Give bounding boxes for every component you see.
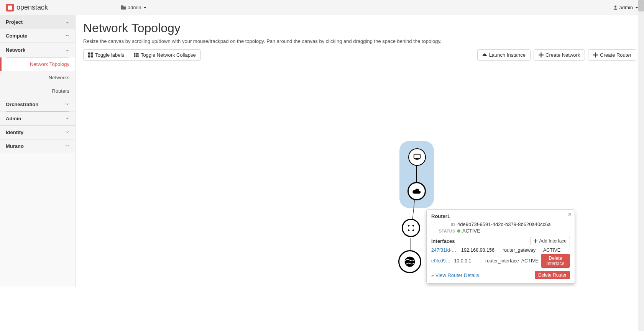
- sidebar-item-label: Admin: [6, 116, 21, 121]
- chevron-down-icon: ﹀: [66, 116, 69, 121]
- navbar: openstack admin admin: [0, 0, 644, 15]
- status-dot-icon: [457, 229, 460, 233]
- brand-text: openstack: [16, 3, 48, 11]
- sidebar-item-network[interactable]: Network ︿: [0, 43, 75, 57]
- sidebar-item-compute[interactable]: Compute ﹀: [0, 29, 75, 43]
- sidebar: Project ︿ Compute ﹀ Network ︿ Network To…: [0, 15, 76, 287]
- page-help-text: Resize the canvas by scrolling up/down w…: [83, 38, 636, 44]
- svg-rect-6: [91, 52, 93, 54]
- chevron-down-icon: ﹀: [66, 144, 69, 149]
- sidebar-item-label: Murano: [6, 143, 24, 149]
- toggle-network-collapse-button[interactable]: Toggle Network Collapse: [129, 50, 200, 60]
- interface-row: e0fc09be-c… 10.0.0.1 router_interface AC…: [431, 254, 570, 268]
- sidebar-item-admin[interactable]: Admin ﹀: [0, 112, 75, 126]
- sidebar-item-identity[interactable]: Identity ﹀: [0, 126, 75, 139]
- plus-icon: [593, 52, 598, 57]
- create-router-button[interactable]: Create Router: [588, 49, 636, 61]
- button-label: Toggle Network Collapse: [141, 52, 196, 58]
- topology-canvas[interactable]: × Router1 ID 4de9b73f-9591-4d2d-b379-8b6…: [83, 66, 636, 281]
- plus-icon: [534, 239, 537, 243]
- id-label: ID: [431, 222, 457, 227]
- svg-rect-16: [539, 54, 544, 55]
- sidebar-item-label: Orchestration: [6, 102, 38, 107]
- chevron-down-icon: ﹀: [66, 102, 69, 107]
- interface-ip: 10.0.0.1: [454, 258, 483, 264]
- project-icon: [121, 5, 126, 10]
- svg-point-22: [405, 257, 415, 267]
- router-id-value: 4de9b73f-9591-4d2d-b379-8b620a40cc6a: [457, 221, 551, 227]
- popover-title: Router1: [431, 213, 570, 219]
- sidebar-item-orchestration[interactable]: Orchestration ﹀: [0, 98, 75, 111]
- page-title: Network Topology: [83, 21, 636, 35]
- external-network-node[interactable]: [398, 250, 421, 273]
- sidebar-item-routers[interactable]: Routers: [0, 84, 75, 98]
- button-label: Create Router: [600, 52, 631, 58]
- project-selector-label: admin: [128, 5, 141, 10]
- sidebar-item-label: Routers: [52, 88, 69, 94]
- globe-icon: [404, 256, 416, 268]
- caret-down-icon: [143, 7, 146, 8]
- svg-point-4: [614, 5, 616, 7]
- network-node[interactable]: [407, 182, 426, 200]
- delete-interface-button[interactable]: Delete Interface: [541, 254, 570, 268]
- view-router-details-link[interactable]: » View Router Details: [431, 272, 479, 278]
- svg-rect-19: [414, 154, 421, 159]
- plus-icon: [539, 52, 544, 57]
- main-content: Network Topology Resize the canvas by sc…: [76, 15, 644, 287]
- close-icon[interactable]: ×: [568, 211, 572, 218]
- svg-rect-20: [416, 159, 418, 160]
- toggle-labels-button[interactable]: Toggle labels: [84, 50, 129, 60]
- sidebar-item-murano[interactable]: Murano ﹀: [0, 139, 75, 153]
- interface-status: ACTIVE: [543, 247, 563, 253]
- interface-status: ACTIVE: [521, 258, 539, 264]
- button-label: Add Interface: [539, 238, 567, 244]
- button-label: Create Network: [545, 52, 580, 58]
- sidebar-item-label: Project: [6, 19, 23, 25]
- user-menu-label: admin: [619, 5, 633, 10]
- add-interface-button[interactable]: Add Interface: [530, 237, 570, 245]
- grid3-icon: [134, 52, 139, 57]
- svg-rect-7: [88, 56, 90, 57]
- interface-type: router_interface: [485, 258, 519, 264]
- user-menu[interactable]: admin: [613, 5, 638, 10]
- svg-rect-10: [136, 53, 137, 55]
- toolbar: Toggle labels Toggle Network Collapse La…: [83, 49, 636, 61]
- launch-instance-button[interactable]: Launch Instance: [477, 49, 531, 61]
- instance-node[interactable]: [408, 148, 426, 166]
- interface-ip: 192.168.98.156: [461, 247, 500, 253]
- chevron-up-icon: ︿: [66, 20, 69, 25]
- sidebar-item-project[interactable]: Project ︿: [0, 15, 75, 29]
- sidebar-item-label: Networks: [49, 75, 69, 80]
- scrollbar[interactable]: [638, 0, 644, 287]
- brand[interactable]: openstack: [6, 3, 48, 12]
- svg-rect-21: [415, 159, 419, 160]
- project-selector[interactable]: admin: [121, 5, 146, 10]
- svg-rect-18: [593, 54, 598, 55]
- sidebar-item-label: Compute: [6, 33, 27, 39]
- sidebar-item-networks[interactable]: Networks: [0, 71, 75, 84]
- router-arrows-icon: [406, 223, 416, 233]
- chevron-up-icon: ︿: [66, 48, 69, 53]
- svg-rect-25: [534, 241, 537, 241]
- chevron-down-icon: ﹀: [66, 33, 69, 39]
- cloud-icon: [412, 187, 422, 195]
- monitor-icon: [413, 153, 421, 161]
- sidebar-item-label: Network: [6, 47, 25, 53]
- button-label: Toggle labels: [95, 52, 124, 58]
- svg-rect-13: [136, 55, 137, 57]
- sidebar-item-label: Identity: [6, 129, 23, 135]
- interface-type: router_gateway: [503, 247, 541, 253]
- router-node[interactable]: [402, 219, 420, 237]
- svg-rect-14: [137, 55, 138, 57]
- user-icon: [613, 5, 618, 10]
- svg-rect-9: [134, 53, 135, 55]
- svg-rect-8: [91, 56, 93, 57]
- create-network-button[interactable]: Create Network: [534, 49, 585, 61]
- sidebar-item-network-topology[interactable]: Network Topology: [0, 57, 75, 71]
- svg-rect-12: [134, 55, 135, 57]
- button-label: Launch Instance: [489, 52, 526, 58]
- scrollbar-thumb[interactable]: [638, 0, 644, 11]
- interface-id-link[interactable]: 247f31fd-5…: [431, 247, 459, 253]
- interface-id-link[interactable]: e0fc09be-c…: [431, 258, 452, 264]
- delete-router-button[interactable]: Delete Router: [535, 271, 570, 279]
